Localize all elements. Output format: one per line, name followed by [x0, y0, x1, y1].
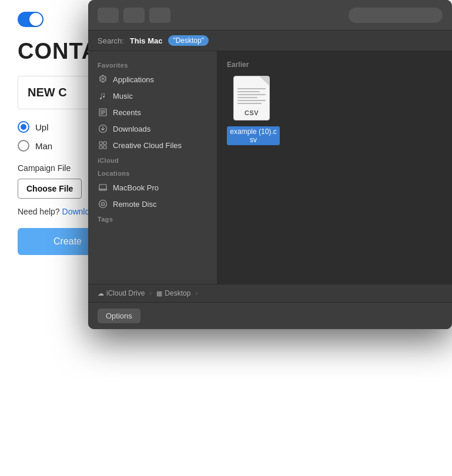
svg-rect-5 — [103, 146, 106, 149]
recents-label: Recents — [113, 108, 141, 117]
music-label: Music — [113, 92, 133, 100]
desktop-icon: ▦ — [156, 290, 162, 297]
breadcrumb-sep-1: › — [149, 289, 152, 297]
radio-manual-label: Man — [35, 141, 52, 151]
sidebar-item-creative-cloud[interactable]: Creative Cloud Files — [88, 137, 217, 153]
sidebar-item-downloads[interactable]: Downloads — [88, 120, 217, 137]
sidebar-item-music[interactable]: Music — [88, 88, 217, 104]
radio-upload-circle[interactable] — [18, 121, 29, 133]
svg-point-9 — [102, 203, 103, 205]
breadcrumb-desktop-label: Desktop — [165, 289, 190, 297]
radio-manual-circle[interactable] — [18, 140, 29, 152]
svg-rect-4 — [99, 146, 102, 149]
help-text-before: Need help? — [18, 207, 60, 216]
applications-label: Applications — [113, 75, 154, 84]
icloud-label: iCloud — [88, 153, 217, 166]
finder-content: Earlier — [217, 51, 452, 284]
earlier-label: Earlier — [227, 61, 443, 69]
applications-icon — [98, 74, 108, 85]
remote-disc-label: Remote Disc — [113, 200, 156, 209]
recents-icon — [98, 107, 108, 118]
icloud-drive-icon: ☁ — [98, 290, 104, 297]
sidebar-item-applications[interactable]: Applications — [88, 71, 217, 88]
toolbar-btn-3[interactable] — [149, 8, 170, 23]
svg-rect-2 — [99, 142, 102, 145]
finder-toolbar — [88, 0, 452, 31]
finder-dialog: Search: This Mac "Desktop" Favorites App… — [88, 0, 452, 329]
finder-search-bar-input[interactable] — [349, 8, 443, 23]
toolbar-btn-2[interactable] — [123, 8, 145, 23]
options-button[interactable]: Options — [98, 309, 140, 323]
file-grid: CSV example (10).csv — [227, 76, 443, 145]
macbook-label: MacBook Pro — [113, 183, 159, 192]
csv-badge: CSV — [234, 109, 269, 116]
finder-bottom: ☁ iCloud Drive › ▦ Desktop › — [88, 284, 452, 302]
sidebar-item-macbook[interactable]: MacBook Pro — [88, 179, 217, 196]
locations-label: Locations — [88, 166, 217, 179]
sidebar-item-remote-disc[interactable]: Remote Disc — [88, 196, 217, 212]
breadcrumb-sep-2: › — [195, 289, 197, 297]
search-desktop-badge[interactable]: "Desktop" — [168, 35, 209, 46]
downloads-icon — [98, 123, 108, 134]
radio-upload-label: Upl — [35, 122, 49, 132]
file-name: example (10).csv — [227, 126, 280, 145]
svg-rect-6 — [99, 185, 106, 189]
sidebar-item-recents[interactable]: Recents — [88, 104, 217, 120]
finder-footer: Options — [88, 302, 452, 329]
creative-cloud-label: Creative Cloud Files — [113, 141, 182, 150]
finder-main: Favorites Applications Music — [88, 51, 452, 284]
favorites-label: Favorites — [88, 58, 217, 71]
choose-file-button[interactable]: Choose File — [18, 179, 82, 199]
breadcrumb-desktop[interactable]: ▦ Desktop — [156, 289, 190, 297]
downloads-label: Downloads — [113, 125, 150, 133]
breadcrumb-icloud[interactable]: ☁ iCloud Drive — [98, 289, 145, 297]
svg-rect-0 — [99, 109, 106, 116]
tags-label: Tags — [88, 212, 217, 225]
search-this-mac[interactable]: This Mac — [130, 36, 163, 45]
toggle-switch[interactable] — [18, 12, 43, 27]
file-icon: CSV — [233, 76, 273, 123]
file-item-csv[interactable]: CSV example (10).csv — [227, 76, 280, 145]
toolbar-btn-1[interactable] — [98, 8, 119, 23]
breadcrumb-icloud-label: iCloud Drive — [106, 289, 145, 297]
svg-rect-3 — [103, 142, 106, 145]
macbook-icon — [98, 182, 108, 193]
music-icon — [98, 90, 108, 101]
finder-sidebar: Favorites Applications Music — [88, 51, 217, 284]
finder-search-row: Search: This Mac "Desktop" — [88, 31, 452, 51]
creative-cloud-icon — [98, 140, 108, 150]
remote-disc-icon — [98, 199, 108, 209]
search-label: Search: — [98, 36, 124, 45]
